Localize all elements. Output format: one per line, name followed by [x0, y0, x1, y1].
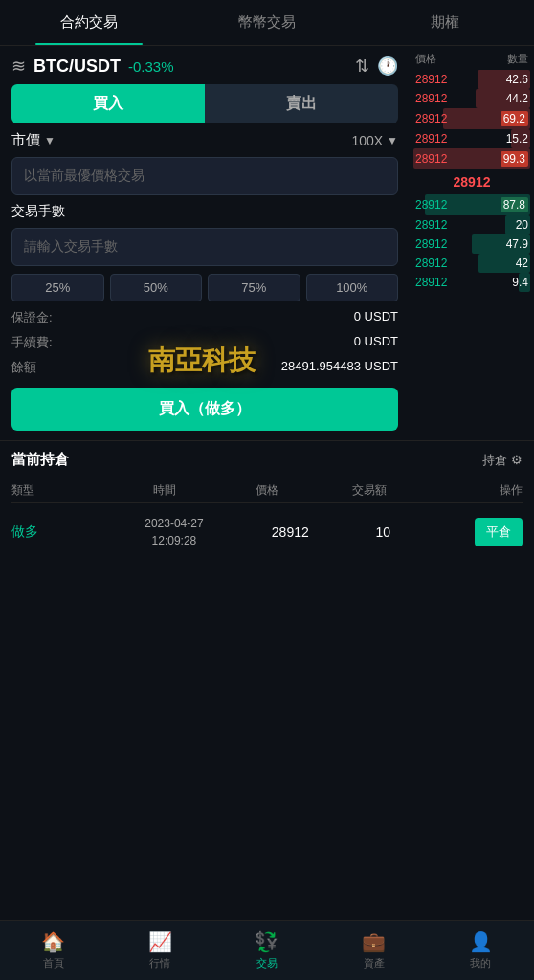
- pos-amount: 10: [337, 524, 430, 540]
- ob-sell-row-3: 28912 69.2: [413, 108, 530, 129]
- settings-icon[interactable]: ⚙: [511, 453, 523, 467]
- col-amount: 交易額: [318, 482, 420, 499]
- col-action: 操作: [420, 482, 523, 499]
- sell-tab[interactable]: 賣出: [205, 84, 398, 123]
- leverage-arrow-icon: ▼: [387, 134, 398, 147]
- ob-buy-row-1: 28912 87.8: [413, 194, 530, 215]
- ob-buy-row-4: 28912 42: [413, 254, 530, 273]
- order-type-dropdown-icon[interactable]: ▼: [44, 134, 56, 147]
- ob-sell-row-2: 28912 44.2: [413, 89, 530, 108]
- close-position-button[interactable]: 平倉: [475, 518, 523, 546]
- positions-section: 當前持倉 持倉 ⚙ 類型 時間 價格 交易額 操作 做多 2023-04-271…: [0, 440, 534, 570]
- price-input[interactable]: 以當前最優價格交易: [11, 157, 398, 195]
- qty-input[interactable]: 請輸入交易手數: [11, 228, 398, 266]
- ob-mid-price-value: 28912: [454, 174, 491, 189]
- col-time: 時間: [114, 482, 216, 499]
- pair-change: -0.33%: [128, 58, 174, 75]
- qty-label: 交易手數: [11, 203, 398, 220]
- panels-row: ≋ BTC/USDT -0.33% ⇅ 🕐 買入 賣出 市價 ▼ 100X ▼ …: [0, 46, 534, 440]
- nav-assets-label: 資產: [364, 956, 385, 970]
- buy-button[interactable]: 買入（做多）: [11, 388, 398, 431]
- pct-buttons: 25% 50% 75% 100%: [11, 274, 398, 301]
- pair-icon: ≋: [11, 56, 26, 77]
- pos-action: 平倉: [430, 518, 523, 546]
- position-row: 做多 2023-04-2712:09:28 28912 10 平倉: [11, 503, 523, 561]
- balance-label: 餘額: [11, 359, 36, 376]
- pair-header: ≋ BTC/USDT -0.33% ⇅ 🕐: [11, 56, 398, 77]
- ob-price-header: 價格: [415, 52, 436, 66]
- nav-market[interactable]: 📈 行情: [107, 926, 214, 974]
- ob-sell-row-5: 28912 99.3: [413, 148, 530, 169]
- ob-mid-price: 28912: [413, 169, 530, 194]
- buy-sell-tabs: 買入 賣出: [11, 84, 398, 123]
- pct-50-button[interactable]: 50%: [110, 274, 203, 301]
- pos-price: 28912: [244, 524, 337, 540]
- nav-home-label: 首頁: [43, 956, 64, 970]
- margin-label: 保證金:: [11, 309, 53, 326]
- ob-header: 價格 數量: [413, 52, 530, 70]
- pct-75-button[interactable]: 75%: [208, 274, 300, 301]
- margin-row: 保證金: 0 USDT: [11, 309, 398, 326]
- nav-home[interactable]: 🏠 首頁: [0, 926, 107, 974]
- fee-label: 手續費:: [11, 334, 53, 351]
- buy-tab[interactable]: 買入: [11, 84, 205, 123]
- pct-100-button[interactable]: 100%: [306, 274, 399, 301]
- nav-trade[interactable]: 💱 交易: [213, 926, 321, 974]
- col-price: 價格: [216, 482, 319, 499]
- leverage-badge[interactable]: 100X: [351, 133, 383, 148]
- assets-icon: 💼: [362, 930, 386, 953]
- home-icon: 🏠: [41, 930, 65, 953]
- pair-controls: ⇅ 🕐: [355, 56, 398, 77]
- positions-header: 當前持倉 持倉 ⚙: [11, 451, 523, 469]
- pos-type: 做多: [11, 523, 104, 541]
- spacer: [0, 570, 534, 920]
- balance-value: 28491.954483 USDT: [281, 359, 398, 376]
- ob-buy-row-2: 28912 20: [413, 215, 530, 234]
- ob-qty-header: 數量: [507, 52, 528, 66]
- order-type-label: 市價: [11, 131, 40, 149]
- pos-time: 2023-04-2712:09:28: [104, 515, 244, 549]
- nav-assets[interactable]: 💼 資產: [321, 926, 428, 974]
- ob-buy-row-3: 28912 47.9: [413, 234, 530, 254]
- ob-sell-row-1: 28912 42.6: [413, 70, 530, 89]
- balance-row: 餘額 28491.954483 USDT: [11, 359, 398, 376]
- fee-value: 0 USDT: [354, 334, 398, 351]
- nav-trade-label: 交易: [256, 956, 278, 970]
- nav-market-label: 行情: [149, 956, 170, 970]
- left-panel: ≋ BTC/USDT -0.33% ⇅ 🕐 買入 賣出 市價 ▼ 100X ▼ …: [0, 46, 410, 440]
- margin-value: 0 USDT: [354, 309, 398, 326]
- positions-table-header: 類型 時間 價格 交易額 操作: [11, 479, 523, 503]
- col-type: 類型: [11, 482, 114, 499]
- nav-profile[interactable]: 👤 我的: [427, 926, 534, 974]
- tab-spot[interactable]: 幣幣交易: [178, 0, 356, 45]
- ob-buy-row-5: 28912 9.4: [413, 273, 530, 292]
- order-book-panel: 價格 數量 28912 42.6 28912 44.2 28912 69.2 2…: [410, 46, 534, 440]
- nav-profile-label: 我的: [470, 956, 491, 970]
- positions-right-controls: 持倉 ⚙: [482, 452, 523, 469]
- profile-icon: 👤: [469, 930, 493, 953]
- chart-icon[interactable]: ⇅: [355, 56, 369, 77]
- bottom-nav: 🏠 首頁 📈 行情 💱 交易 💼 資產 👤 我的: [0, 920, 534, 980]
- tab-options[interactable]: 期權: [356, 0, 534, 45]
- clock-icon[interactable]: 🕐: [377, 56, 398, 77]
- order-type-row: 市價 ▼ 100X ▼: [11, 131, 398, 149]
- positions-right-label: 持倉: [482, 452, 507, 469]
- market-icon: 📈: [148, 930, 172, 953]
- fee-row: 手續費: 0 USDT: [11, 334, 398, 351]
- tab-futures[interactable]: 合約交易: [0, 0, 178, 45]
- pct-25-button[interactable]: 25%: [11, 274, 104, 301]
- ob-sell-row-4: 28912 15.2: [413, 129, 530, 148]
- pair-name: BTC/USDT: [33, 56, 121, 77]
- trade-icon: 💱: [255, 930, 278, 953]
- positions-title: 當前持倉: [11, 451, 69, 469]
- top-tabs: 合約交易 幣幣交易 期權: [0, 0, 534, 46]
